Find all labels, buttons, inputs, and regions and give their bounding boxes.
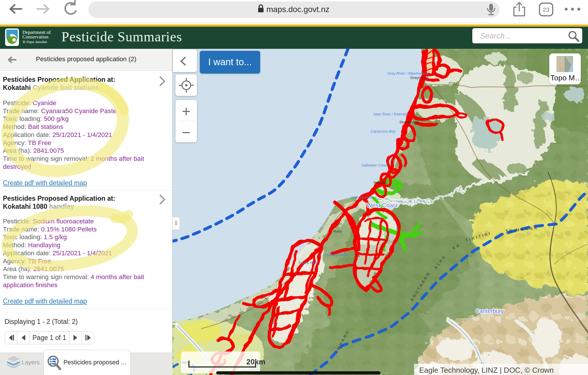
svg-text:West Coast: West Coast (367, 202, 398, 208)
svg-text:New River / Kaimata: New River / Kaimata (374, 112, 407, 116)
svg-text:Saltwater Creek: Saltwater Creek (361, 163, 388, 167)
svg-text:Grey River / Mawheranui: Grey River / Mawheranui (387, 71, 429, 76)
svg-text:Hokitika: Hokitika (374, 180, 387, 185)
svg-text:Shantytown: Shantytown (399, 120, 419, 124)
svg-text:Ross: Ross (333, 229, 342, 233)
svg-text:Hokitika River: Hokitika River (325, 253, 348, 257)
svg-text:Camerons Bay: Camerons Bay (371, 129, 396, 134)
svg-text:Canterbury: Canterbury (475, 308, 504, 314)
svg-text:23: 23 (543, 6, 549, 13)
svg-text:Greymouth: Greymouth (410, 76, 429, 80)
svg-text:Totara River: Totara River (298, 261, 319, 265)
svg-text:Arahura River: Arahura River (350, 195, 374, 200)
